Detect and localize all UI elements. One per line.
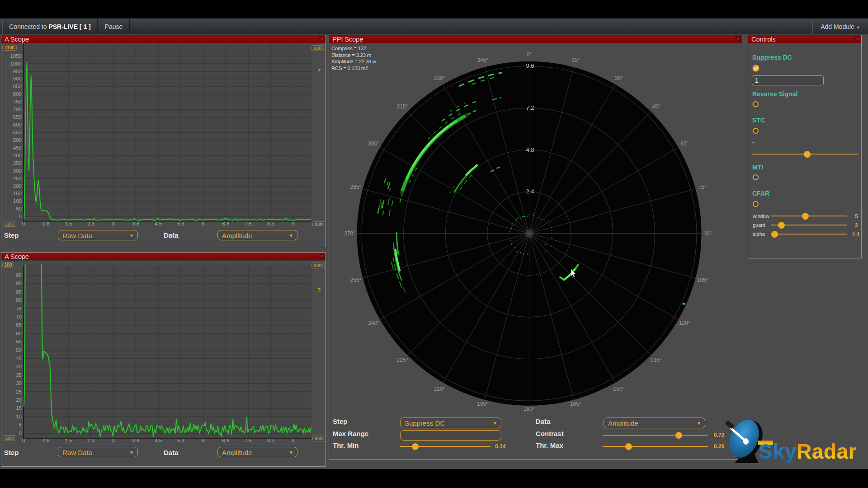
svg-text:1000: 1000 [10,61,22,66]
svg-text:50: 50 [16,347,22,353]
svg-text:30: 30 [16,380,22,386]
svg-text:80: 80 [16,297,22,303]
svg-text:350: 350 [13,160,22,166]
svg-text:Sky: Sky [759,440,797,463]
svg-text:550: 550 [13,130,22,135]
svg-text:60: 60 [16,331,22,336]
svg-text:450: 450 [13,145,22,150]
svg-text:30°: 30° [615,75,623,81]
svg-text:240°: 240° [368,320,379,326]
svg-text:315°: 315° [396,103,408,110]
svg-text:70: 70 [16,314,22,319]
svg-text:195°: 195° [477,401,488,407]
svg-text:15°: 15° [571,57,580,63]
svg-text:75: 75 [16,306,22,311]
svg-text:Radar: Radar [797,440,857,463]
svg-text:75°: 75° [698,184,707,190]
svg-text:7.2: 7.2 [526,104,534,111]
svg-text:2.4: 2.4 [526,188,534,195]
svg-text:90: 90 [16,281,22,286]
svg-text:225°: 225° [396,357,408,363]
svg-text:65: 65 [16,322,22,328]
svg-text:35: 35 [16,372,22,378]
svg-text:500: 500 [13,137,22,143]
svg-text:10: 10 [16,414,22,419]
svg-text:120°: 120° [679,320,690,326]
svg-text:55: 55 [16,339,22,344]
svg-text:5: 5 [19,422,22,427]
svg-text:105°: 105° [697,277,708,283]
svg-text:650: 650 [13,114,22,120]
svg-text:330°: 330° [434,75,445,81]
svg-text:345°: 345° [477,57,488,63]
svg-text:100: 100 [13,198,22,204]
svg-text:45°: 45° [652,103,660,110]
svg-text:250: 250 [13,176,22,181]
svg-text:60°: 60° [680,141,689,147]
svg-text:285°: 285° [350,184,362,190]
svg-text:4.8: 4.8 [526,146,534,153]
svg-text:800: 800 [13,91,22,97]
svg-text:9.6: 9.6 [526,62,534,69]
svg-text:150°: 150° [613,386,625,392]
svg-text:165°: 165° [570,401,581,407]
svg-text:25: 25 [16,389,22,394]
svg-text:15: 15 [16,405,22,411]
svg-text:750: 750 [13,99,22,104]
svg-text:850: 850 [13,84,22,89]
svg-text:1050: 1050 [10,53,22,59]
svg-text:600: 600 [13,122,22,127]
svg-text:210°: 210° [434,386,445,392]
svg-text:0°: 0° [527,51,532,57]
svg-text:150: 150 [13,191,22,196]
svg-text:90°: 90° [704,230,712,237]
svg-text:950: 950 [13,69,22,74]
svg-text:50: 50 [16,206,22,211]
svg-text:400: 400 [13,153,22,158]
svg-text:300: 300 [13,168,22,174]
svg-text:40: 40 [16,364,22,369]
svg-text:900: 900 [13,76,22,81]
svg-text:20: 20 [16,397,22,403]
svg-text:0: 0 [19,431,22,436]
svg-text:255°: 255° [350,277,362,283]
svg-text:200: 200 [13,183,22,189]
svg-text:270°: 270° [344,230,355,237]
svg-text:135°: 135° [651,357,662,363]
svg-text:300°: 300° [368,141,379,147]
svg-text:700: 700 [13,107,22,112]
svg-text:45: 45 [16,356,22,361]
svg-text:95: 95 [16,272,22,278]
svg-text:0: 0 [19,214,22,219]
svg-text:180°: 180° [524,406,535,412]
svg-text:85: 85 [16,289,22,295]
